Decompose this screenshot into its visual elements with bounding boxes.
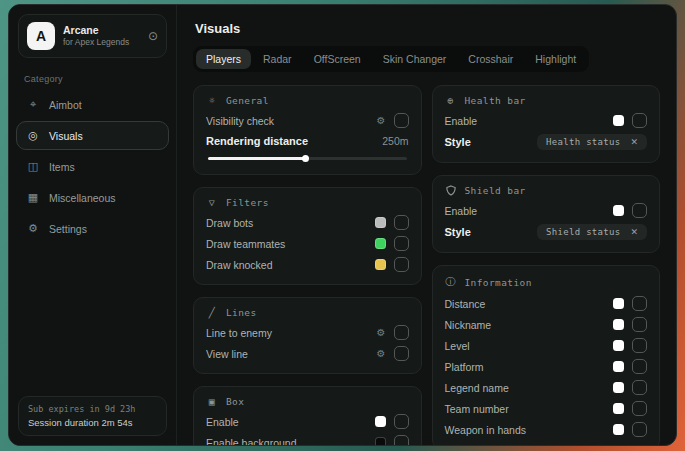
tab-highlight[interactable]: Highlight bbox=[525, 49, 586, 69]
slider-thumb[interactable] bbox=[302, 155, 309, 162]
color-swatch[interactable] bbox=[613, 319, 624, 330]
app-subtitle: for Apex Legends bbox=[63, 37, 140, 48]
clear-icon[interactable]: ✕ bbox=[630, 137, 638, 147]
color-swatch[interactable] bbox=[613, 298, 624, 309]
info-team-number-row: Team number bbox=[445, 398, 648, 419]
gear-icon[interactable]: ⚙ bbox=[377, 115, 386, 126]
sub-expiry-text: Sub expires in 9d 23h bbox=[28, 404, 157, 414]
info-distance-checkbox[interactable] bbox=[632, 296, 647, 311]
session-duration-text: Session duration 2m 54s bbox=[28, 417, 157, 428]
setting-label: Level bbox=[445, 340, 470, 352]
shield-style-row: Style Shield status ✕ bbox=[445, 221, 648, 243]
gear-icon[interactable]: ⚙ bbox=[377, 348, 386, 359]
info-nickname-checkbox[interactable] bbox=[632, 317, 647, 332]
color-swatch[interactable] bbox=[613, 340, 624, 351]
tab-offscreen[interactable]: OffScreen bbox=[304, 49, 371, 69]
color-swatch[interactable] bbox=[375, 259, 386, 270]
health-enable-row: Enable bbox=[445, 110, 648, 131]
line-to-enemy-row: Line to enemy ⚙ bbox=[206, 322, 409, 343]
sidebar-item-items[interactable]: ◫ Items bbox=[16, 152, 169, 181]
setting-label: Draw knocked bbox=[206, 259, 273, 271]
card-title: Health bar bbox=[465, 95, 526, 106]
target-icon[interactable]: ⊙ bbox=[148, 29, 158, 43]
card-title: Lines bbox=[226, 307, 257, 318]
sidebar-item-miscellaneous[interactable]: ▦ Miscellaneous bbox=[16, 183, 169, 212]
setting-label: Team number bbox=[445, 403, 509, 415]
card-lines-header: ╱ Lines bbox=[206, 307, 409, 318]
shield-enable-checkbox[interactable] bbox=[632, 203, 647, 218]
card-information: ⓘ Information Distance Nickname bbox=[432, 265, 661, 445]
draw-bots-checkbox[interactable] bbox=[394, 215, 409, 230]
visibility-check-row: Visibility check ⚙ bbox=[206, 110, 409, 131]
health-enable-checkbox[interactable] bbox=[632, 113, 647, 128]
tab-radar[interactable]: Radar bbox=[253, 49, 302, 69]
left-column: ☼ General Visibility check ⚙ Rendering d… bbox=[193, 85, 422, 445]
info-weapon-in-hands-checkbox[interactable] bbox=[632, 422, 647, 437]
info-level-row: Level bbox=[445, 335, 648, 356]
app-logo: A bbox=[27, 22, 55, 50]
view-line-row: View line ⚙ bbox=[206, 343, 409, 364]
color-swatch[interactable] bbox=[613, 382, 624, 393]
box-enable-background-row: Enable background bbox=[206, 432, 409, 445]
info-platform-checkbox[interactable] bbox=[632, 359, 647, 374]
tab-crosshair[interactable]: Crosshair bbox=[458, 49, 523, 69]
info-distance-row: Distance bbox=[445, 293, 648, 314]
setting-label: Draw teammates bbox=[206, 238, 285, 250]
diagonal-line-icon: ╱ bbox=[206, 307, 218, 318]
color-swatch[interactable] bbox=[613, 115, 624, 126]
setting-label: Platform bbox=[445, 361, 484, 373]
clear-icon[interactable]: ✕ bbox=[630, 227, 638, 237]
color-swatch[interactable] bbox=[375, 238, 386, 249]
card-general: ☼ General Visibility check ⚙ Rendering d… bbox=[193, 85, 422, 175]
selected-style-value: Health status bbox=[546, 137, 620, 147]
sidebar-item-settings[interactable]: ⚙ Settings bbox=[16, 214, 169, 243]
health-style-select[interactable]: Health status ✕ bbox=[537, 134, 647, 150]
shield-style-select[interactable]: Shield status ✕ bbox=[537, 224, 647, 240]
color-swatch[interactable] bbox=[613, 205, 624, 216]
setting-label: Enable bbox=[445, 205, 478, 217]
color-swatch[interactable] bbox=[375, 217, 386, 228]
card-health-bar: ⊕ Health bar Enable Style Health stat bbox=[432, 85, 661, 163]
color-swatch[interactable] bbox=[375, 416, 386, 427]
sidebar-item-visuals[interactable]: ◎ Visuals bbox=[16, 121, 169, 150]
info-team-number-checkbox[interactable] bbox=[632, 401, 647, 416]
box-enable-checkbox[interactable] bbox=[394, 414, 409, 429]
color-swatch[interactable] bbox=[613, 361, 624, 372]
category-label: Category bbox=[24, 74, 161, 84]
sidebar-item-aimbot[interactable]: ⌖ Aimbot bbox=[16, 90, 169, 119]
info-level-checkbox[interactable] bbox=[632, 338, 647, 353]
color-swatch[interactable] bbox=[375, 437, 386, 445]
line-to-enemy-checkbox[interactable] bbox=[394, 325, 409, 340]
info-legend-name-checkbox[interactable] bbox=[632, 380, 647, 395]
box-icon: ▣ bbox=[206, 396, 218, 407]
draw-teammates-row: Draw teammates bbox=[206, 233, 409, 254]
color-swatch[interactable] bbox=[613, 424, 624, 435]
color-swatch[interactable] bbox=[613, 403, 624, 414]
info-platform-row: Platform bbox=[445, 356, 648, 377]
tab-players[interactable]: Players bbox=[196, 49, 251, 69]
setting-label: Style bbox=[445, 226, 471, 238]
sun-icon: ☼ bbox=[206, 95, 218, 106]
right-column: ⊕ Health bar Enable Style Health stat bbox=[432, 85, 661, 445]
setting-label: Legend name bbox=[445, 382, 509, 394]
draw-knocked-checkbox[interactable] bbox=[394, 257, 409, 272]
visibility-check-checkbox[interactable] bbox=[394, 113, 409, 128]
subscription-status-card: Sub expires in 9d 23h Session duration 2… bbox=[18, 396, 167, 436]
eye-scan-icon: ◎ bbox=[26, 129, 40, 142]
card-lines: ╱ Lines Line to enemy ⚙ View line ⚙ bbox=[193, 297, 422, 374]
app-window: A Arcane for Apex Legends ⊙ Category ⌖ A… bbox=[8, 4, 677, 446]
tab-skin-changer[interactable]: Skin Changer bbox=[373, 49, 457, 69]
box-enable-background-checkbox[interactable] bbox=[394, 435, 409, 445]
gear-icon: ⚙ bbox=[26, 222, 40, 235]
card-shield-bar-header: Shield bar bbox=[445, 185, 648, 196]
info-icon: ⓘ bbox=[445, 275, 457, 289]
setting-label: Style bbox=[445, 136, 471, 148]
card-box-header: ▣ Box bbox=[206, 396, 409, 407]
view-line-checkbox[interactable] bbox=[394, 346, 409, 361]
selected-style-value: Shield status bbox=[546, 227, 620, 237]
visuals-tabbar: Players Radar OffScreen Skin Changer Cro… bbox=[193, 46, 589, 72]
draw-teammates-checkbox[interactable] bbox=[394, 236, 409, 251]
brand-card[interactable]: A Arcane for Apex Legends ⊙ bbox=[18, 14, 167, 58]
rendering-distance-slider[interactable] bbox=[208, 155, 407, 162]
gear-icon[interactable]: ⚙ bbox=[377, 327, 386, 338]
